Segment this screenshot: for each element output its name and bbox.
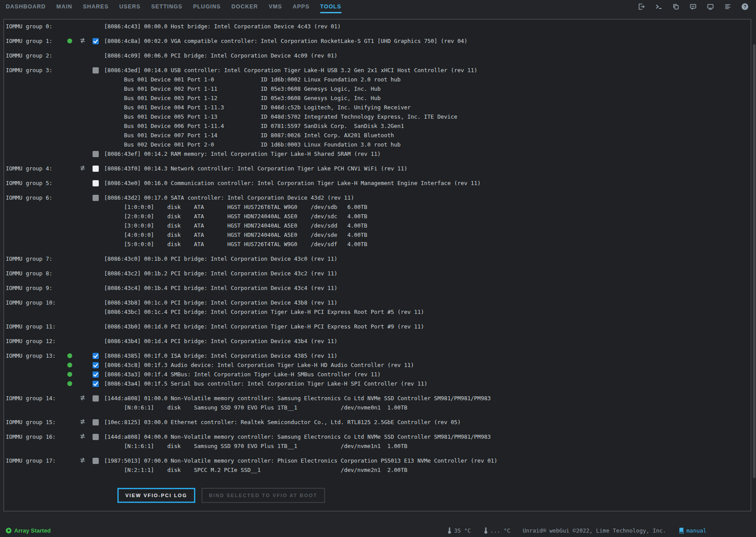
- iommu-group: IOMMU group 11:[8086:43b0] 00:1d.0 PCI b…: [4, 322, 751, 331]
- iommu-group: IOMMU group 5:[8086:43e0] 00:16.0 Commun…: [4, 178, 751, 188]
- iommu-group: IOMMU group 1:[8086:4c8a] 00:02.0 VGA co…: [4, 36, 751, 46]
- device-text: [8086:43e0] 00:16.0 Communication contro…: [102, 180, 481, 186]
- device-row: [8086:43ef] 00:14.2 RAM memory: Intel Co…: [4, 149, 751, 158]
- device-row: IOMMU group 16:[144d:a808] 04:00.0 Non-V…: [4, 432, 751, 441]
- device-text: [8086:43ef] 00:14.2 RAM memory: Intel Co…: [102, 151, 381, 157]
- device-detail-row: Bus 001 Device 001 Port 1-0 ID 1d6b:0002…: [4, 75, 751, 84]
- device-detail-row: [N:2:1:1] disk SPCC M.2 PCIe SSD__1 /dev…: [4, 465, 751, 475]
- thermometer-icon: [483, 527, 488, 534]
- device-row: [8086:43bc] 00:1c.4 PCI bridge: Intel Co…: [4, 307, 751, 317]
- iommu-group: IOMMU group 8:[8086:43c2] 00:1b.2 PCI br…: [4, 269, 751, 278]
- device-row: IOMMU group 10:[8086:43b8] 00:1c.0 PCI b…: [4, 298, 751, 307]
- reset-icon[interactable]: [79, 37, 86, 45]
- manual-link[interactable]: manual: [678, 527, 706, 534]
- vfio-bind-checkbox[interactable]: [93, 371, 99, 378]
- thermometer-icon: [447, 527, 452, 534]
- nav-tab-docker[interactable]: DOCKER: [231, 0, 258, 13]
- device-row: IOMMU group 17:[1987:5013] 07:00.0 Non-V…: [4, 456, 751, 465]
- nav-tab-apps[interactable]: APPS: [293, 0, 310, 13]
- device-text: [8086:43ed] 00:14.0 USB controller: Inte…: [102, 67, 477, 73]
- manual-label: manual: [686, 527, 706, 534]
- nav-tab-settings[interactable]: SETTINGS: [151, 0, 182, 13]
- device-text: [8086:43c2] 00:1b.2 PCI bridge: Intel Co…: [102, 270, 337, 277]
- iommu-group-label: IOMMU group 8:: [6, 270, 63, 277]
- vfio-bind-checkbox[interactable]: [93, 166, 99, 172]
- device-text: [144d:a808] 04:00.0 Non-Volatile memory …: [102, 433, 491, 440]
- in-use-dot: [67, 39, 72, 43]
- footer: Array Started 35 °C ... °C Unraid® webGu…: [0, 524, 756, 537]
- button-row: VIEW VFIO-PCI LOG BIND SELECTED TO VFIO …: [117, 488, 751, 503]
- nav-tab-shares[interactable]: SHARES: [83, 0, 109, 13]
- device-detail-row: Bus 001 Device 002 Port 1-11 ID 05e3:060…: [4, 84, 751, 93]
- device-text: [1987:5013] 07:00.0 Non-Volatile memory …: [102, 457, 497, 464]
- iommu-group-label: IOMMU group 7:: [6, 255, 63, 262]
- view-vfio-pci-log-button[interactable]: VIEW VFIO-PCI LOG: [117, 488, 195, 503]
- device-row: IOMMU group 9:[8086:43c4] 00:1b.4 PCI br…: [4, 283, 751, 293]
- device-row: IOMMU group 0:[8086:4c43] 00:00.0 Host b…: [4, 22, 751, 31]
- reset-icon[interactable]: [79, 418, 86, 426]
- iommu-group-label: IOMMU group 1:: [6, 38, 63, 44]
- array-status: Array Started: [6, 527, 50, 534]
- iommu-group: IOMMU group 3:[8086:43ed] 00:14.0 USB co…: [4, 66, 751, 158]
- system-devices-panel: IOMMU group 0:[8086:4c43] 00:00.0 Host b…: [4, 19, 751, 511]
- nav-tab-tools[interactable]: TOOLS: [320, 0, 341, 13]
- terminal-icon[interactable]: [655, 3, 663, 11]
- nav-tab-users[interactable]: USERS: [119, 0, 140, 13]
- reset-icon[interactable]: [79, 394, 86, 402]
- array-status-label: Array Started: [14, 527, 50, 534]
- device-detail-row: [3:0:0:0] disk ATA HGST HDN724040AL A5E0…: [4, 221, 751, 230]
- cpu-temp-value: 35 °C: [454, 527, 471, 534]
- mb-temp-value: ... °C: [490, 527, 510, 534]
- iommu-group: IOMMU group 4:[8086:43f0] 00:14.3 Networ…: [4, 164, 751, 173]
- device-row: IOMMU group 1:[8086:4c8a] 00:02.0 VGA co…: [4, 36, 751, 46]
- device-text: [8086:4c43] 00:00.0 Host bridge: Intel C…: [102, 23, 341, 30]
- nav-tab-main[interactable]: MAIN: [56, 0, 72, 13]
- device-text: [8086:43b8] 00:1c.0 PCI bridge: Intel Co…: [102, 299, 337, 306]
- device-detail-row: Bus 002 Device 001 Port 2-0 ID 1d6b:0003…: [4, 140, 751, 149]
- reset-icon[interactable]: [79, 457, 86, 465]
- nav-tab-dashboard[interactable]: DASHBOARD: [6, 0, 46, 13]
- reset-icon[interactable]: [79, 165, 86, 173]
- logout-icon[interactable]: [637, 3, 645, 11]
- device-row: IOMMU group 3:[8086:43ed] 00:14.0 USB co…: [4, 66, 751, 75]
- display-icon[interactable]: [706, 3, 714, 11]
- log-icon[interactable]: [724, 3, 732, 11]
- array-started-icon: [6, 528, 12, 533]
- copyright-text: Unraid® webGui ©2022, Lime Technology, I…: [523, 527, 666, 534]
- device-text: [10ec:8125] 03:00.0 Ethernet controller:…: [102, 419, 461, 425]
- iommu-group: IOMMU group 10:[8086:43b8] 00:1c.0 PCI b…: [4, 298, 751, 317]
- iommu-group-label: IOMMU group 13:: [6, 352, 63, 359]
- vfio-bind-checkbox: [93, 395, 99, 402]
- nav-tab-plugins[interactable]: PLUGINS: [193, 0, 221, 13]
- help-icon[interactable]: ?: [741, 3, 749, 11]
- nav-tab-vms[interactable]: VMS: [269, 0, 282, 13]
- feedback-icon[interactable]: [689, 3, 697, 11]
- device-row: [8086:43a3] 00:1f.4 SMBus: Intel Corpora…: [4, 370, 751, 379]
- device-row: IOMMU group 8:[8086:43c2] 00:1b.2 PCI br…: [4, 269, 751, 278]
- iommu-group-label: IOMMU group 14:: [6, 395, 63, 402]
- iommu-group: IOMMU group 9:[8086:43c4] 00:1b.4 PCI br…: [4, 283, 751, 293]
- device-text: [8086:43c0] 00:1b.0 PCI bridge: Intel Co…: [102, 255, 337, 262]
- vfio-bind-checkbox[interactable]: [93, 381, 99, 387]
- copy-icon[interactable]: [672, 3, 680, 11]
- page-scrollbar[interactable]: [753, 44, 756, 478]
- device-row: IOMMU group 7:[8086:43c0] 00:1b.0 PCI br…: [4, 254, 751, 263]
- iommu-group-label: IOMMU group 2:: [6, 52, 63, 59]
- vfio-bind-checkbox[interactable]: [93, 362, 99, 368]
- device-text: [8086:43a4] 00:1f.5 Serial bus controlle…: [102, 380, 427, 387]
- device-detail-row: [N:1:6:1] disk Samsung SSD 970 EVO Plus …: [4, 441, 751, 451]
- iommu-group-label: IOMMU group 11:: [6, 323, 63, 330]
- iommu-group-label: IOMMU group 5:: [6, 180, 63, 186]
- device-row: IOMMU group 12:[8086:43b4] 00:1d.4 PCI b…: [4, 336, 751, 346]
- iommu-group-label: IOMMU group 16:: [6, 433, 63, 440]
- vfio-bind-checkbox[interactable]: [93, 353, 99, 359]
- navbar-icons: ?: [637, 0, 756, 13]
- reset-icon[interactable]: [79, 433, 86, 441]
- device-text: [144d:a808] 01:00.0 Non-Volatile memory …: [102, 395, 491, 402]
- device-row: [8086:43c8] 00:1f.3 Audio device: Intel …: [4, 360, 751, 370]
- iommu-group: IOMMU group 15:[10ec:8125] 03:00.0 Ether…: [4, 417, 751, 427]
- device-detail-row: Bus 001 Device 003 Port 1-12 ID 05e3:060…: [4, 93, 751, 103]
- device-detail-row: Bus 001 Device 006 Port 1-11.4 ID 0781:5…: [4, 121, 751, 131]
- vfio-bind-checkbox[interactable]: [93, 180, 99, 186]
- vfio-bind-checkbox[interactable]: [93, 38, 99, 44]
